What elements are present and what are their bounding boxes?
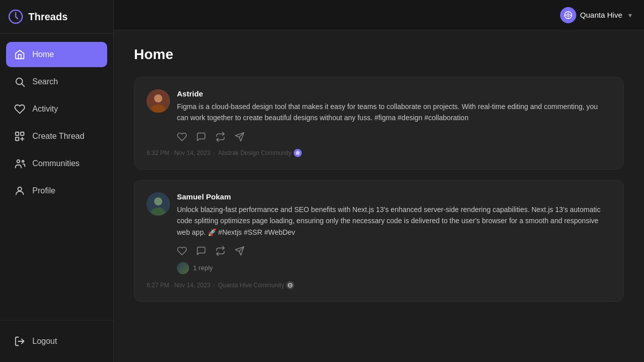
sidebar-item-create-thread[interactable]: Create Thread — [6, 124, 107, 149]
sidebar-item-profile[interactable]: Profile — [6, 178, 107, 203]
communities-icon — [14, 158, 25, 169]
like-icon[interactable] — [177, 246, 187, 256]
thread-actions — [177, 246, 611, 256]
thread-timestamp: 6:27 PM · Nov 14, 2023 — [147, 282, 210, 289]
thread-meta: 6:27 PM · Nov 14, 2023 · Quanta Hive Com… — [147, 281, 611, 289]
svg-line-2 — [22, 84, 24, 86]
sidebar-item-logout[interactable]: Logout — [6, 329, 107, 354]
thread-timestamp: 6:32 PM · Nov 14, 2023 — [147, 149, 210, 157]
thread-separator: · — [213, 149, 215, 157]
community-badge-icon — [286, 281, 294, 289]
community-icon — [560, 7, 576, 23]
user-icon — [14, 185, 25, 196]
thread-community: Quanta Hive Community — [218, 281, 294, 289]
sidebar-item-logout-label: Logout — [32, 337, 57, 346]
thread-card: Astride Figma is a cloud-based design to… — [134, 77, 624, 170]
svg-rect-4 — [21, 132, 24, 135]
svg-point-10 — [18, 187, 21, 191]
thread-meta: 6:32 PM · Nov 14, 2023 · Abstrak Design … — [147, 149, 611, 157]
like-icon[interactable] — [177, 132, 187, 142]
thread-separator: · — [213, 282, 215, 289]
thread-body: Astride Figma is a cloud-based design to… — [177, 89, 611, 124]
community-selector[interactable]: Quanta Hive ▾ — [560, 7, 632, 23]
thread-community: Abstrak Design Community — [218, 149, 301, 157]
send-icon[interactable] — [235, 246, 245, 256]
main-content: Home Astride Figma is a cloud-based desi… — [114, 30, 644, 362]
comment-icon[interactable] — [196, 246, 206, 256]
svg-rect-3 — [16, 132, 19, 135]
sidebar-item-activity[interactable]: Activity — [6, 96, 107, 122]
chevron-down-icon: ▾ — [628, 11, 632, 19]
topbar: Quanta Hive ▾ — [114, 0, 644, 30]
app-title: Threads — [28, 11, 68, 23]
svg-point-21 — [154, 197, 162, 205]
community-name: Quanta Hive — [580, 11, 622, 19]
app-logo-icon — [8, 9, 23, 24]
svg-point-8 — [17, 160, 20, 163]
repost-icon[interactable] — [215, 132, 225, 142]
sidebar-item-search[interactable]: Search — [6, 69, 107, 94]
page-title: Home — [134, 46, 624, 63]
create-thread-icon — [14, 131, 25, 142]
sidebar-item-create-thread-label: Create Thread — [32, 132, 84, 141]
sidebar-item-profile-label: Profile — [32, 186, 55, 195]
thread-author: Samuel Pokam — [177, 192, 611, 201]
comment-icon[interactable] — [196, 132, 206, 142]
heart-icon — [14, 104, 25, 115]
sidebar-item-search-label: Search — [32, 77, 58, 86]
sidebar-nav: Home Search Activity — [0, 34, 113, 320]
thread-card: Samuel Pokam Unlock blazing-fast perform… — [134, 180, 624, 302]
sidebar: Threads Home Search Activity — [0, 0, 114, 362]
logout-icon — [14, 336, 25, 347]
svg-point-9 — [22, 161, 24, 163]
svg-rect-5 — [16, 137, 19, 140]
community-badge-icon — [294, 149, 302, 157]
sidebar-bottom: Logout — [0, 320, 113, 362]
sidebar-item-home[interactable]: Home — [6, 42, 107, 67]
sidebar-item-communities-label: Communities — [32, 159, 79, 168]
send-icon[interactable] — [235, 132, 245, 142]
thread-text: Unlock blazing-fast performance and SEO … — [177, 204, 611, 238]
thread-text: Figma is a cloud-based design tool that … — [177, 101, 611, 124]
search-icon — [14, 76, 25, 87]
thread-body: Samuel Pokam Unlock blazing-fast perform… — [177, 192, 611, 238]
sidebar-item-activity-label: Activity — [32, 105, 58, 114]
svg-point-15 — [154, 94, 162, 102]
thread-author: Astride — [177, 89, 611, 98]
thread-header: Astride Figma is a cloud-based design to… — [147, 89, 611, 124]
sidebar-header: Threads — [0, 0, 113, 34]
avatar — [147, 89, 170, 113]
repost-icon[interactable] — [215, 246, 225, 256]
thread-reply[interactable]: 1 reply — [177, 262, 611, 274]
avatar — [147, 192, 170, 216]
sidebar-item-home-label: Home — [32, 50, 54, 59]
thread-header: Samuel Pokam Unlock blazing-fast perform… — [147, 192, 611, 238]
svg-point-19 — [296, 151, 300, 155]
sidebar-item-communities[interactable]: Communities — [6, 151, 107, 176]
reply-avatar — [177, 262, 189, 274]
thread-actions — [177, 132, 611, 142]
home-icon — [14, 49, 25, 60]
reply-count: 1 reply — [193, 264, 213, 272]
